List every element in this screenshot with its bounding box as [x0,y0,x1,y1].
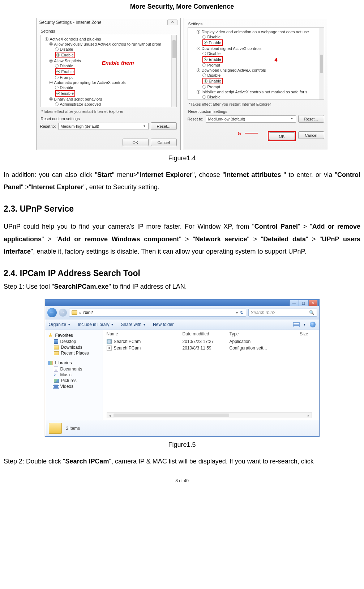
setting-option[interactable]: Disable [190,73,322,78]
gear-icon [45,37,48,41]
explorer-toolbar: Organize ▼ Include in library ▼ Share wi… [45,319,319,330]
config-file-icon [107,346,112,351]
settings-list: Enable them ActiveX controls and plug-in… [40,35,177,107]
setting-option[interactable]: Disable [190,34,322,39]
setting-option-label: Enable [209,57,221,62]
cancel-button[interactable]: Cancel [151,139,177,146]
setting-option[interactable]: Disable [43,85,175,90]
ok-button[interactable]: OK [123,139,149,146]
reset-level-select[interactable]: Medium-low (default) ▼ [206,115,296,123]
column-size[interactable]: Size [280,331,316,336]
reset-level-value: Medium-low (default) [208,117,245,121]
search-box[interactable]: Search rbin2 🔍 [248,309,317,317]
setting-option[interactable]: Disable [190,94,322,99]
maximize-button[interactable]: ☐ [299,300,308,306]
sidebar-pictures[interactable]: Pictures [47,378,101,384]
forward-button[interactable]: → [59,309,67,317]
sidebar-downloads[interactable]: Downloads [47,344,101,350]
setting-group: Initialize and script ActiveX controls n… [190,89,322,94]
close-icon[interactable]: ✕ [167,20,177,25]
help-icon[interactable]: ? [310,322,316,327]
reset-button[interactable]: Reset... [151,122,177,130]
setting-option-label: Prompt [60,75,73,80]
share-with-menu[interactable]: Share with ▼ [121,322,146,327]
callout-5: 5 [238,131,241,136]
horizontal-scrollbar[interactable]: ◂ ▸ [107,412,312,418]
reset-button[interactable]: Reset... [298,115,324,123]
search-placeholder: Search rbin2 [251,310,275,315]
scrollbar[interactable] [171,35,176,107]
radio-icon [55,64,59,68]
setting-option[interactable]: Disable [190,51,322,56]
reset-level-select[interactable]: Medium-high (default) ▼ [58,123,149,130]
document-icon [54,366,58,372]
organize-menu[interactable]: Organize ▼ [49,322,71,327]
setting-option-label: Disable [207,73,221,78]
chevron-down-icon[interactable]: ▾ [236,311,238,315]
setting-option[interactable]: Enable [190,39,322,46]
paragraph-step2: Step 2: Double click "Search IPCam", cam… [4,455,360,467]
scrollbar[interactable] [319,28,324,99]
sidebar-recent-places[interactable]: Recent Places [47,350,101,356]
column-name[interactable]: Name [107,331,183,336]
close-button[interactable]: ✕ [308,300,318,306]
new-folder-button[interactable]: New folder [153,322,174,327]
ok-button[interactable]: OK [269,132,295,140]
sidebar-favorites[interactable]: Favorites [47,332,101,339]
column-type[interactable]: Type [230,331,280,336]
search-icon: 🔍 [309,310,314,315]
setting-option-label: Enable [209,79,221,84]
star-icon [48,333,53,338]
radio-icon [204,79,207,83]
column-date[interactable]: Date modified [183,331,230,336]
gear-icon [197,68,200,72]
setting-option[interactable]: Enable [43,52,175,58]
setting-option[interactable]: Prompt [190,63,322,68]
radio-icon [202,52,206,55]
file-type: Configuration sett... [230,346,280,351]
setting-option[interactable]: Enable [190,99,322,100]
minimize-button[interactable]: — [290,300,299,306]
refresh-icon[interactable]: ↻ [240,310,244,315]
setting-option[interactable]: Prompt [190,84,322,89]
sidebar-desktop[interactable]: Desktop [47,339,101,344]
security-settings-dialog-left: Security Settings - Internet Zone ✕ Sett… [36,18,181,150]
sidebar-documents[interactable]: Documents [47,366,101,372]
chevron-down-icon[interactable]: ▼ [303,323,306,326]
file-row[interactable]: SearchIPCam2010/8/3 11:59Configuration s… [103,345,319,351]
figure-1-4-row: Security Settings - Internet Zone ✕ Sett… [4,18,360,150]
include-in-library-menu[interactable]: Include in library ▼ [78,322,114,327]
sidebar-libraries[interactable]: Libraries [47,360,101,366]
chevron-down-icon: ▼ [143,323,146,326]
folder-icon [54,351,59,355]
scroll-thumb[interactable] [114,414,229,417]
cancel-button[interactable]: Cancel [298,131,324,139]
setting-option-label: Disable [60,85,73,90]
sidebar-music[interactable]: ♪Music [47,372,101,378]
address-bar[interactable]: ▸ rbin2 ▾ ↻ [69,309,246,317]
setting-option[interactable]: Disable [43,107,175,107]
radio-icon [202,85,206,89]
setting-option[interactable]: Administrator approved [43,102,175,107]
file-row[interactable]: SearchIPCam2010/7/23 17:27Application [103,338,319,345]
scroll-left-icon[interactable]: ◂ [107,414,113,418]
setting-option[interactable]: Enable [190,78,322,84]
setting-group-label: Display video and animation on a webpage… [202,29,309,34]
file-pane: Name Date modified Type Size SearchIPCam… [103,330,319,420]
setting-option[interactable]: Enable [190,56,322,63]
setting-option[interactable]: Enable [43,90,175,97]
sidebar-videos[interactable]: Videos [47,384,101,389]
scroll-right-icon[interactable]: ▸ [306,414,312,418]
setting-option[interactable]: Disable [43,47,175,52]
setting-option[interactable]: Prompt [43,75,175,80]
setting-option[interactable]: Enable [43,68,175,75]
settings-label: Settings [188,22,324,26]
setting-option-label: Enable [61,52,74,58]
view-options-icon[interactable] [293,322,300,327]
libraries-icon [48,361,53,365]
setting-group: Display video and animation on a webpage… [190,29,322,34]
back-button[interactable]: ← [47,308,57,317]
setting-group-label: ActiveX controls and plug-ins [50,37,101,42]
gear-icon [49,81,53,84]
setting-group-label: Binary and script behaviors [54,97,102,102]
